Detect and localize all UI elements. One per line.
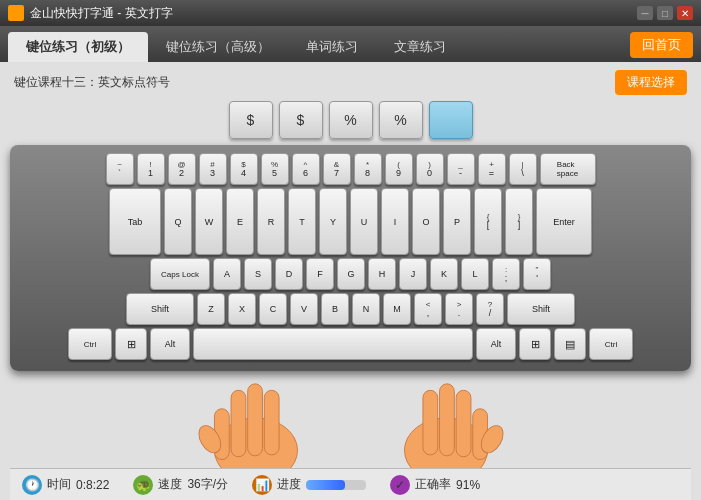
key-1[interactable]: !1 — [137, 153, 165, 185]
key-z[interactable]: Z — [197, 293, 225, 325]
main-area: 键位课程十三：英文标点符号 课程选择 $ $ % % ~` !1 @2 #3 $… — [0, 62, 701, 500]
key-a[interactable]: A — [213, 258, 241, 290]
key-q[interactable]: Q — [164, 188, 192, 255]
practice-key-4: % — [379, 101, 423, 139]
key-row-2: Tab Q W E R T Y U I O P {[ }] Enter — [18, 188, 683, 255]
stat-progress: 📊 进度 — [252, 475, 366, 495]
key-rbracket[interactable]: }] — [505, 188, 533, 255]
key-win-right[interactable]: ⊞ — [519, 328, 551, 360]
practice-key-2: $ — [279, 101, 323, 139]
svg-rect-10 — [422, 390, 437, 455]
key-minus[interactable]: _- — [447, 153, 475, 185]
key-p[interactable]: P — [443, 188, 471, 255]
key-ctrl-left[interactable]: Ctrl — [68, 328, 112, 360]
key-lbracket[interactable]: {[ — [474, 188, 502, 255]
stat-accuracy: ✓ 正确率 91% — [390, 475, 480, 495]
key-e[interactable]: E — [226, 188, 254, 255]
speed-value: 36字/分 — [187, 476, 228, 493]
key-5[interactable]: %5 — [261, 153, 289, 185]
key-b[interactable]: B — [321, 293, 349, 325]
key-8[interactable]: *8 — [354, 153, 382, 185]
key-o[interactable]: O — [412, 188, 440, 255]
minimize-button[interactable]: ─ — [637, 6, 653, 20]
key-menu[interactable]: ▤ — [554, 328, 586, 360]
key-d[interactable]: D — [275, 258, 303, 290]
key-row-4: Shift Z X C V B N M <, >. ?/ Shift — [18, 293, 683, 325]
key-ctrl-right[interactable]: Ctrl — [589, 328, 633, 360]
key-i[interactable]: I — [381, 188, 409, 255]
tab-advanced[interactable]: 键位练习（高级） — [148, 32, 288, 62]
close-button[interactable]: ✕ — [677, 6, 693, 20]
app-icon — [8, 5, 24, 21]
key-enter[interactable]: Enter — [536, 188, 592, 255]
key-g[interactable]: G — [337, 258, 365, 290]
key-space[interactable] — [193, 328, 473, 360]
speed-icon: 🐢 — [133, 475, 153, 495]
left-hand — [191, 371, 321, 468]
key-7[interactable]: &7 — [323, 153, 351, 185]
svg-rect-8 — [456, 390, 471, 456]
key-y[interactable]: Y — [319, 188, 347, 255]
key-s[interactable]: S — [244, 258, 272, 290]
key-alt-left[interactable]: Alt — [150, 328, 190, 360]
key-k[interactable]: K — [430, 258, 458, 290]
key-x[interactable]: X — [228, 293, 256, 325]
key-j[interactable]: J — [399, 258, 427, 290]
key-m[interactable]: M — [383, 293, 411, 325]
key-r[interactable]: R — [257, 188, 285, 255]
svg-rect-4 — [264, 390, 279, 455]
accuracy-icon: ✓ — [390, 475, 410, 495]
key-6[interactable]: ^6 — [292, 153, 320, 185]
key-win-left[interactable]: ⊞ — [115, 328, 147, 360]
key-period[interactable]: >. — [445, 293, 473, 325]
key-tab[interactable]: Tab — [109, 188, 161, 255]
svg-rect-2 — [231, 390, 246, 456]
key-3[interactable]: #3 — [199, 153, 227, 185]
key-w[interactable]: W — [195, 188, 223, 255]
key-n[interactable]: N — [352, 293, 380, 325]
key-f[interactable]: F — [306, 258, 334, 290]
key-0[interactable]: )0 — [416, 153, 444, 185]
window-title: 金山快快打字通 - 英文打字 — [30, 5, 637, 22]
progress-fill — [306, 480, 345, 490]
tab-beginner[interactable]: 键位练习（初级） — [8, 32, 148, 62]
right-hand — [381, 371, 511, 468]
key-comma[interactable]: <, — [414, 293, 442, 325]
key-9[interactable]: (9 — [385, 153, 413, 185]
key-backtick[interactable]: ~` — [106, 153, 134, 185]
stat-time: 🕐 时间 0:8:22 — [22, 475, 109, 495]
home-button[interactable]: 回首页 — [630, 32, 693, 58]
key-shift-left[interactable]: Shift — [126, 293, 194, 325]
key-slash[interactable]: ?/ — [476, 293, 504, 325]
tab-articles[interactable]: 文章练习 — [376, 32, 464, 62]
key-backspace[interactable]: Backspace — [540, 153, 596, 185]
key-l[interactable]: L — [461, 258, 489, 290]
maximize-button[interactable]: □ — [657, 6, 673, 20]
key-c[interactable]: C — [259, 293, 287, 325]
svg-rect-9 — [439, 384, 454, 456]
key-t[interactable]: T — [288, 188, 316, 255]
key-backslash[interactable]: |\ — [509, 153, 537, 185]
course-select-button[interactable]: 课程选择 — [615, 70, 687, 95]
key-2[interactable]: @2 — [168, 153, 196, 185]
accuracy-label: 正确率 — [415, 476, 451, 493]
tab-words[interactable]: 单词练习 — [288, 32, 376, 62]
time-value: 0:8:22 — [76, 478, 109, 492]
key-capslock[interactable]: Caps Lock — [150, 258, 210, 290]
key-h[interactable]: H — [368, 258, 396, 290]
key-u[interactable]: U — [350, 188, 378, 255]
key-shift-right[interactable]: Shift — [507, 293, 575, 325]
key-equals[interactable]: += — [478, 153, 506, 185]
key-4[interactable]: $4 — [230, 153, 258, 185]
keyboard: ~` !1 @2 #3 $4 %5 ^6 &7 *8 (9 )0 _- += |… — [10, 145, 691, 371]
key-semicolon[interactable]: :; — [492, 258, 520, 290]
key-alt-right[interactable]: Alt — [476, 328, 516, 360]
accuracy-value: 91% — [456, 478, 480, 492]
lesson-label: 键位课程十三：英文标点符号 — [14, 74, 170, 91]
window-controls: ─ □ ✕ — [637, 6, 693, 20]
key-v[interactable]: V — [290, 293, 318, 325]
key-row-1: ~` !1 @2 #3 $4 %5 ^6 &7 *8 (9 )0 _- += |… — [18, 153, 683, 185]
hands-area — [10, 371, 691, 468]
key-quote[interactable]: "' — [523, 258, 551, 290]
speed-label: 速度 — [158, 476, 182, 493]
